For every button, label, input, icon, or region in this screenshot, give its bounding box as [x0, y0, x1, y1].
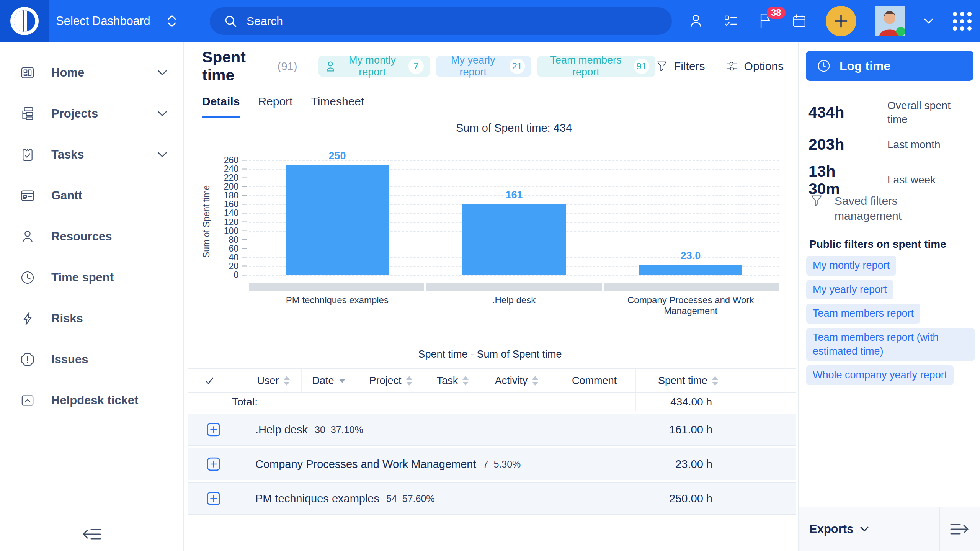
sidebar-item-issues[interactable]: Issues: [0, 339, 183, 380]
chart-gridline: [249, 275, 779, 276]
tab-details[interactable]: Details: [202, 95, 240, 118]
sort-icon: [712, 376, 718, 386]
search-input[interactable]: [246, 14, 621, 28]
chart-bar-pm-techniques-examples: [286, 165, 389, 275]
page-header: Spent time (91) My montly report7My year…: [202, 55, 784, 78]
global-search[interactable]: [210, 7, 672, 35]
expand-row-button[interactable]: [206, 491, 221, 506]
notification-badge: 38: [767, 7, 786, 19]
stat-value: 13h 30m: [808, 163, 865, 198]
log-time-label: Log time: [840, 59, 890, 73]
tab-timesheet[interactable]: Timesheet: [311, 95, 364, 118]
public-filter-my-yearly-report[interactable]: My yearly report: [806, 280, 893, 300]
column-header-project[interactable]: Project: [356, 369, 425, 392]
filter-chip-my-montly-report[interactable]: My montly report7: [318, 56, 430, 77]
logo-icon: [10, 7, 39, 36]
row-entry-count: 30: [315, 424, 325, 435]
chart-scrollbar[interactable]: [249, 283, 779, 291]
chart-bar-company-processes-and-work-management: [639, 265, 742, 275]
column-header-task[interactable]: Task: [425, 369, 480, 392]
panel-divider: [799, 90, 980, 90]
select-all-header[interactable]: [188, 369, 245, 392]
expand-row-button[interactable]: [206, 422, 221, 437]
column-header-user[interactable]: User: [245, 369, 301, 392]
public-filter-team-members-report[interactable]: Team members report: [806, 304, 920, 324]
apps-menu-icon[interactable]: [953, 12, 972, 31]
table-header-row: UserDateProjectTaskActivityCommentSpent …: [188, 368, 796, 393]
flag-notifications-icon[interactable]: 38: [758, 13, 773, 29]
column-header-comment[interactable]: Comment: [553, 369, 635, 392]
sidebar-item-resources[interactable]: Resources: [0, 216, 183, 257]
exports-button[interactable]: Exports: [809, 507, 869, 551]
options-label: Options: [744, 60, 784, 73]
sidebar-item-label: Helpdesk ticket: [51, 394, 138, 407]
helpdesk-icon: [20, 393, 35, 408]
issues-icon: [20, 352, 35, 367]
row-percent: 5.30%: [493, 459, 521, 470]
options-button[interactable]: Options: [725, 60, 784, 73]
sidebar-item-label: Resources: [51, 230, 112, 244]
table-body: .Help desk3037.10%161.00 hCompany Proces…: [188, 414, 796, 515]
quick-add-button[interactable]: [826, 6, 856, 36]
table-row-pm-techniques-examples[interactable]: PM techniques examples5457.60%250.00 h: [188, 482, 796, 515]
log-time-button[interactable]: Log time: [806, 51, 973, 81]
main-content: Spent time (91) My montly report7My year…: [184, 42, 798, 551]
checklist-icon[interactable]: [722, 13, 739, 29]
avatar[interactable]: [875, 6, 905, 36]
filters-button[interactable]: Filters: [655, 60, 705, 73]
tasks-icon: [20, 147, 35, 162]
chart-y-tick: 200: [224, 181, 247, 192]
checkmark-icon: [204, 375, 215, 386]
chart-y-tick: 220: [224, 173, 247, 183]
expand-row-button[interactable]: [206, 457, 221, 471]
public-filter-team-members-report-with-estimated-time[interactable]: Team members report (with estimated time…: [806, 328, 975, 361]
chart-y-axis: 020406080100120140160180200220240260: [199, 160, 247, 275]
sidebar-item-helpdesk-ticket[interactable]: Helpdesk ticket: [0, 380, 183, 421]
chart-y-tick: 140: [224, 208, 247, 218]
user-icon: [325, 60, 336, 72]
sidebar-item-tasks[interactable]: Tasks: [0, 134, 183, 175]
table-row-company-processes-and-work-management[interactable]: Company Processes and Work Management75.…: [188, 448, 796, 480]
sidebar-item-gantt[interactable]: Gantt: [0, 175, 183, 216]
public-filter-whole-company-yearly-report[interactable]: Whole company yearly report: [806, 365, 954, 385]
sidebar-item-label: Projects: [51, 107, 98, 121]
time-spent-icon: [20, 270, 35, 285]
right-panel: Log time 434hOverall spent time203hLast …: [798, 42, 980, 551]
tabs-divider: [184, 118, 798, 118]
sidebar-item-home[interactable]: Home: [0, 52, 183, 93]
stat-label: Last week: [887, 173, 973, 187]
column-label: Spent time: [658, 375, 707, 387]
table-row-help-desk[interactable]: .Help desk3037.10%161.00 h: [188, 414, 796, 446]
sidebar-item-risks[interactable]: Risks: [0, 298, 183, 339]
column-header-spent-time[interactable]: Spent time: [635, 369, 726, 392]
dashboard-selector-label: Select Dashboard: [56, 14, 150, 28]
saved-filter-chips: My montly report7My yearly report21Team …: [318, 56, 655, 77]
filter-chip-team-members-report[interactable]: Team members report91: [537, 56, 655, 77]
chart-y-tick: 260: [224, 155, 247, 165]
column-label: Task: [437, 375, 458, 387]
chart-bar-value: 23.0: [639, 250, 742, 262]
chart-y-tick: 60: [229, 243, 247, 253]
dashboard-selector[interactable]: Select Dashboard: [56, 0, 178, 42]
chart-y-tick: 240: [224, 164, 247, 174]
column-header-date[interactable]: Date: [301, 369, 356, 392]
clock-icon: [817, 59, 831, 73]
filter-chip-my-yearly-report[interactable]: My yearly report21: [436, 56, 531, 77]
saved-filters-management[interactable]: Saved filters management: [809, 193, 934, 223]
calendar-icon[interactable]: [791, 13, 807, 29]
row-entry-count: 54: [386, 493, 397, 504]
column-header-activity[interactable]: Activity: [480, 369, 553, 392]
panel-collapse-icon[interactable]: [949, 522, 970, 537]
sidebar-item-label: Issues: [51, 353, 88, 366]
tab-report[interactable]: Report: [258, 95, 292, 118]
user-profile-icon[interactable]: [688, 13, 704, 29]
avatar-chevron-down-icon[interactable]: [923, 17, 934, 25]
sort-icon: [284, 376, 290, 386]
public-filters-list: My montly reportMy yearly reportTeam mem…: [806, 256, 975, 385]
app-logo[interactable]: [0, 0, 49, 42]
sidebar-collapse-icon[interactable]: [81, 526, 103, 542]
sidebar-item-label: Time spent: [51, 271, 114, 284]
public-filter-my-montly-report[interactable]: My montly report: [806, 256, 896, 276]
sidebar-item-projects[interactable]: Projects: [0, 93, 183, 134]
sidebar-item-time-spent[interactable]: Time spent: [0, 257, 183, 298]
